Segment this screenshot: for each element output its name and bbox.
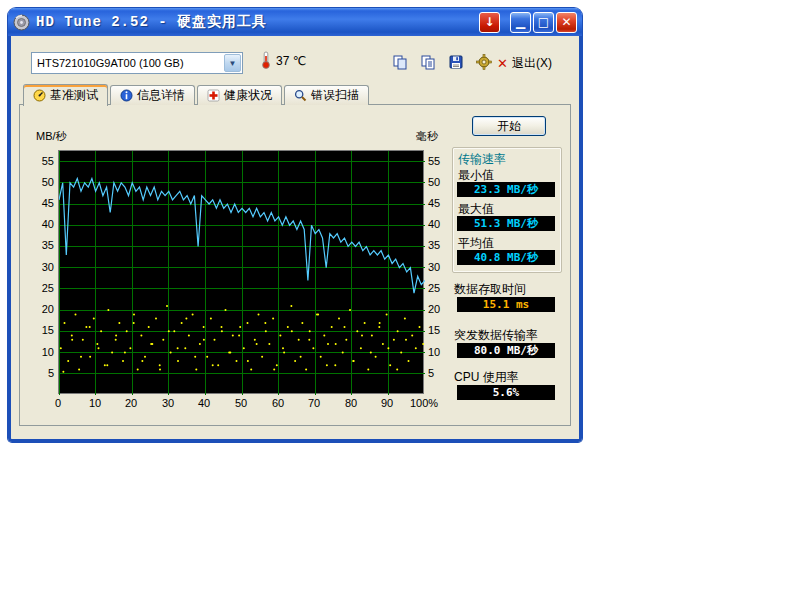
info-icon [120,89,133,102]
min-value: 23.3 MB/秒 [457,182,555,197]
y-tick-label: 20 [28,303,54,315]
x-tick-label: 60 [272,397,284,409]
y-tick-label: 10 [428,346,454,358]
chevron-down-icon[interactable]: ▼ [224,54,241,72]
y-tick-label: 50 [428,176,454,188]
download-icon: ↓ [484,15,494,29]
temperature-value: 37 ℃ [276,54,306,68]
minimize-icon: ▁ [516,15,525,29]
y-tick-label: 45 [428,197,454,209]
x-axis-ticks: 0102030405060708090100% [58,397,424,409]
y-tick-label: 30 [428,261,454,273]
copy-text-button[interactable] [417,52,439,74]
transfer-rate-title: 传输速率 [458,151,506,168]
y-tick-label: 10 [28,346,54,358]
y-tick-label: 25 [28,282,54,294]
y-axis-right-title: 毫秒 [416,129,438,144]
y-tick-label: 55 [428,155,454,167]
exit-button[interactable]: ✕ 退出(X) [497,52,552,74]
hd-tune-window: HD Tune 2.52 - 硬盘实用工具 ↓ ▁ □ ✕ HTS721010G… [8,8,582,442]
x-tick-label: 20 [125,397,137,409]
x-tick-label: 10 [89,397,101,409]
thermometer-icon [261,51,271,71]
cpu-usage-value: 5.6% [457,385,555,400]
titlebar[interactable]: HD Tune 2.52 - 硬盘实用工具 ↓ ▁ □ ✕ [8,8,582,36]
options-button[interactable] [473,52,495,74]
y-tick-label: 40 [428,218,454,230]
maximize-icon: □ [538,15,549,29]
y-tick-label: 35 [28,239,54,251]
download-arrow-button[interactable]: ↓ [479,12,500,33]
tab-error-scan-label: 错误扫描 [311,87,359,104]
burst-rate-label: 突发数据传输率 [454,327,538,344]
options-gear-icon [476,54,492,73]
save-icon [448,54,464,73]
window-controls: ↓ ▁ □ ✕ [479,12,577,33]
tab-info[interactable]: 信息详情 [110,85,195,105]
y-axis-left-ticks: 555045403530252015105 [28,150,54,394]
x-tick-label: 50 [235,397,247,409]
y-tick-label: 45 [28,197,54,209]
magnifier-icon [294,89,307,102]
y-tick-label: 40 [28,218,54,230]
y-tick-label: 15 [28,324,54,336]
window-body: HTS721010G9AT00 (100 GB) ▼ 37 ℃ [8,36,582,442]
benchmark-gauge-icon [33,89,46,102]
y-tick-label: 25 [428,282,454,294]
x-tick-label: 40 [198,397,210,409]
tab-health-label: 健康状况 [224,87,272,104]
x-tick-label: 0 [55,397,61,409]
y-tick-label: 15 [428,324,454,336]
tab-error-scan[interactable]: 错误扫描 [284,85,369,105]
burst-rate-value: 80.0 MB/秒 [457,343,555,358]
copy-screenshot-icon [392,54,408,73]
app-icon [13,14,30,31]
y-axis-left-title: MB/秒 [36,129,67,144]
tab-info-label: 信息详情 [137,87,185,104]
max-value: 51.3 MB/秒 [457,216,555,231]
toolbar-icons [389,52,495,74]
drive-select[interactable]: HTS721010G9AT00 (100 GB) ▼ [31,52,243,74]
access-time-label: 数据存取时间 [454,281,526,298]
y-tick-label: 5 [28,367,54,379]
copy-text-icon [420,54,436,73]
copy-screenshot-button[interactable] [389,52,411,74]
y-tick-label: 55 [28,155,54,167]
y-tick-label: 5 [428,367,454,379]
x-tick-label: 80 [345,397,357,409]
health-cross-icon [207,89,220,102]
exit-x-icon: ✕ [497,56,508,71]
maximize-button[interactable]: □ [533,12,554,33]
x-tick-label: 90 [381,397,393,409]
start-button[interactable]: 开始 [472,116,546,136]
benchmark-chart [58,150,424,394]
drive-select-value: HTS721010G9AT00 (100 GB) [32,57,224,69]
access-time-value: 15.1 ms [457,297,555,312]
x-tick-label: 30 [162,397,174,409]
y-axis-right-ticks: 555045403530252015105 [428,150,454,394]
window-title: HD Tune 2.52 - 硬盘实用工具 [36,13,267,31]
tab-benchmark[interactable]: 基准测试 [23,84,108,106]
y-tick-label: 35 [428,239,454,251]
close-button[interactable]: ✕ [556,12,577,33]
x-tick-label: 100% [410,397,438,409]
cpu-usage-label: CPU 使用率 [454,369,519,386]
tab-health[interactable]: 健康状况 [197,85,282,105]
benchmark-panel: 开始 MB/秒 毫秒 555045403530252015105 5550454… [19,104,571,426]
chart-canvas [59,151,425,395]
avg-value: 40.8 MB/秒 [457,250,555,265]
save-screenshot-button[interactable] [445,52,467,74]
y-tick-label: 50 [28,176,54,188]
y-tick-label: 30 [28,261,54,273]
close-icon: ✕ [561,15,571,29]
minimize-button[interactable]: ▁ [510,12,531,33]
y-tick-label: 20 [428,303,454,315]
tab-benchmark-label: 基准测试 [50,87,98,104]
temperature-indicator: 37 ℃ [261,51,306,71]
tab-bar: 基准测试 信息详情 [23,84,371,105]
exit-label: 退出(X) [512,55,552,72]
x-tick-label: 70 [308,397,320,409]
